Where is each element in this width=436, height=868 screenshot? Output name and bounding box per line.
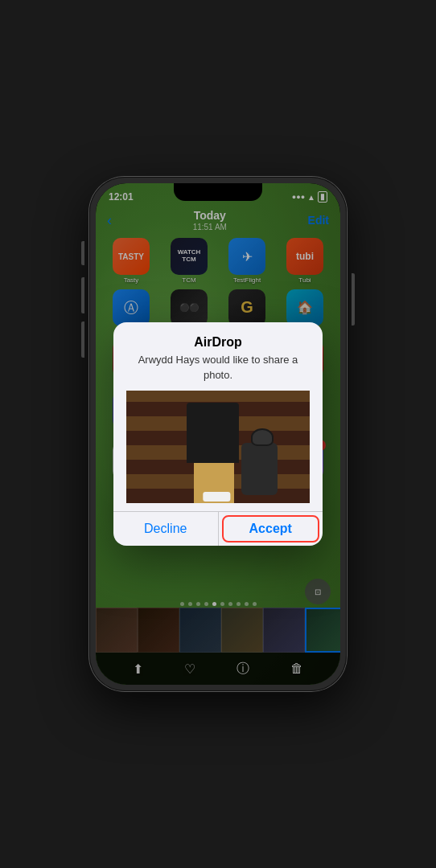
volume-up-button[interactable]	[81, 277, 84, 313]
modal-overlay: AirDrop Arwydd Hays would like to share …	[96, 183, 340, 685]
phone-frame: 12:01 ●●● ▲ ▮ ‹ Today 11:51 AM Edit TAST…	[89, 177, 347, 691]
modal-subtitle: Arwydd Hays would like to share a photo.	[126, 353, 310, 382]
notch	[174, 183, 262, 201]
decline-button[interactable]: Decline	[113, 512, 219, 546]
dog-head	[251, 428, 274, 446]
volume-down-button[interactable]	[81, 321, 84, 358]
shared-photo	[126, 391, 310, 503]
airdrop-modal: AirDrop Arwydd Hays would like to share …	[113, 322, 323, 545]
modal-title: AirDrop	[126, 335, 310, 350]
modal-buttons: Decline Accept	[113, 511, 323, 546]
modal-content: AirDrop Arwydd Hays would like to share …	[113, 322, 323, 502]
mute-button[interactable]	[81, 241, 84, 265]
accept-label: Accept	[249, 522, 292, 535]
dog-body	[241, 443, 278, 495]
person-jacket	[187, 403, 239, 463]
power-button[interactable]	[352, 273, 355, 326]
accept-button[interactable]: Accept	[219, 512, 323, 546]
phone-screen: 12:01 ●●● ▲ ▮ ‹ Today 11:51 AM Edit TAST…	[96, 183, 340, 685]
right-shoe	[212, 492, 230, 502]
